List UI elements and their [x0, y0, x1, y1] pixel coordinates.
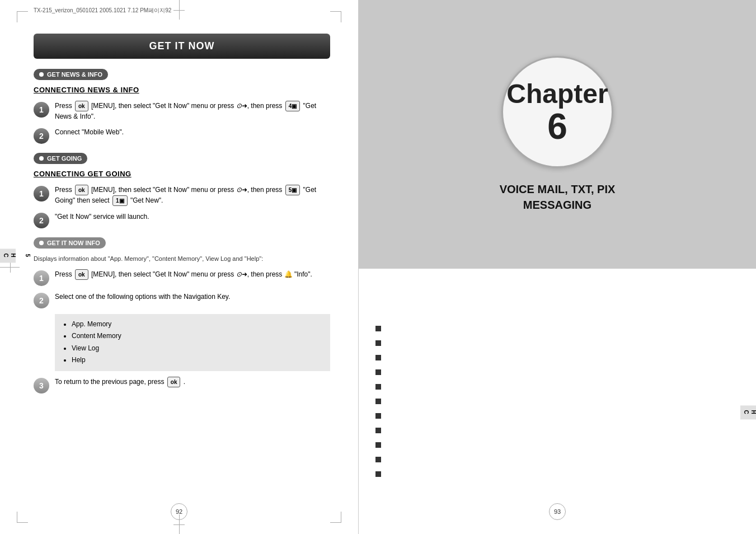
bullet-sq-8	[375, 428, 381, 433]
step-text-1g: Press ok [MENU], then select "Get It Now…	[55, 185, 330, 206]
step-text-2: Connect "Mobile Web".	[55, 127, 330, 137]
chapter-num: 6	[547, 109, 567, 144]
badge-dot-3	[39, 241, 44, 245]
key-btn: 4▣	[285, 101, 300, 111]
step-text-3i: To return to the previous page, press ok…	[55, 377, 330, 387]
step-1-news: 1 Press ok [MENU], then select "Get It N…	[34, 101, 330, 121]
step-num-2g: 2	[34, 213, 49, 228]
right-chapter-tab: CH6	[740, 405, 756, 419]
bullet-sq-2	[375, 340, 381, 346]
corner-tr	[330, 11, 341, 22]
menu-btn-i: ok	[75, 269, 88, 280]
step-num-2: 2	[34, 128, 49, 144]
main-title: GET IT NOW	[34, 34, 330, 59]
bullet-side	[359, 269, 387, 534]
step-text-1i: Press ok [MENU], then select "Get It Now…	[55, 269, 330, 280]
bullet-sq-1	[375, 326, 381, 331]
chapter-circle: Chapter 6	[501, 56, 613, 168]
key-btn-g: 5▣	[285, 185, 300, 195]
section-title-news: CONNECTING NEWS & INFO	[34, 86, 330, 94]
crosshair-left	[0, 261, 20, 273]
badge-get-going: GET GOING	[34, 153, 87, 164]
corner-br	[330, 512, 341, 523]
badge-dot	[39, 72, 44, 77]
page-number-right: 93	[549, 503, 566, 520]
bullet-list: App. Memory Content Memory View Log Help	[55, 314, 330, 371]
badge-dot-2	[39, 156, 44, 161]
section-title-going: CONNECTING GET GOING	[34, 170, 330, 178]
step-text-2g: "Get It Now" service will launch.	[55, 212, 330, 222]
section-get-it-now-info: GET IT NOW INFO Displays information abo…	[34, 237, 330, 394]
bullet-sq-11	[375, 471, 381, 477]
section-news-info: GET NEWS & INFO CONNECTING NEWS & INFO 1…	[34, 69, 330, 144]
step-2-news: 2 Connect "Mobile Web".	[34, 127, 330, 144]
bullet-sq-10	[375, 457, 381, 462]
step-num-2i: 2	[34, 293, 49, 308]
step-text-1: Press ok [MENU], then select "Get It Now…	[55, 101, 330, 121]
step-1-going: 1 Press ok [MENU], then select "Get It N…	[34, 185, 330, 206]
right-top-gray: Chapter 6 VOICE MAIL, TXT, PIXMESSAGING	[359, 0, 756, 269]
badge-get-it-now-info: GET IT NOW INFO	[34, 237, 106, 249]
bullet-sq-6	[375, 399, 381, 404]
bullet-sq-3	[375, 355, 381, 360]
chapter-subtitle: VOICE MAIL, TXT, PIXMESSAGING	[500, 181, 616, 213]
bullet-item: Content Memory	[72, 330, 323, 343]
crosshair-top	[173, 0, 185, 20]
step-2-going: 2 "Get It Now" service will launch.	[34, 212, 330, 228]
bullet-sq-7	[375, 413, 381, 419]
menu-btn: ok	[75, 101, 88, 111]
section-get-going: GET GOING CONNECTING GET GOING 1 Press o…	[34, 153, 330, 228]
step-num-3i: 3	[34, 378, 49, 394]
ok-btn: ok	[167, 377, 181, 387]
page-number-left: 92	[171, 503, 187, 520]
key-btn-g2: 1▣	[112, 195, 128, 206]
step-2-info: 2 Select one of the following options wi…	[34, 292, 330, 308]
corner-tl	[17, 11, 28, 22]
step-num-1i: 1	[34, 270, 49, 286]
step-num-1: 1	[34, 102, 49, 118]
badge-news-info: GET NEWS & INFO	[34, 69, 108, 80]
bullet-sq-9	[375, 442, 381, 448]
right-page: Chapter 6 VOICE MAIL, TXT, PIXMESSAGING …	[359, 0, 756, 534]
menu-btn-g: ok	[75, 185, 88, 195]
left-chapter-tab: CH5	[0, 249, 16, 263]
step-3-info: 3 To return to the previous page, press …	[34, 377, 330, 394]
bullet-item: App. Memory	[72, 318, 323, 331]
bullet-sq-5	[375, 384, 381, 390]
bullet-item: Help	[72, 354, 323, 367]
chapter-label: Chapter	[506, 79, 608, 109]
filename: TX-215_verizon_0501021 2005.1021 7.12 PM…	[34, 7, 171, 15]
bullet-sq-4	[375, 369, 381, 375]
step-num-1g: 1	[34, 186, 49, 202]
corner-bl	[17, 512, 28, 523]
bullet-item: View Log	[72, 343, 323, 355]
left-page: CH5 TX-215_verizon_0501021 2005.1021 7.1…	[0, 0, 358, 534]
right-bottom-white: CH6 93	[359, 269, 756, 534]
step-text-2i: Select one of the following options with…	[55, 292, 330, 302]
info-text: Displays information about "App. Memory"…	[34, 254, 330, 264]
step-1-info: 1 Press ok [MENU], then select "Get It N…	[34, 269, 330, 286]
